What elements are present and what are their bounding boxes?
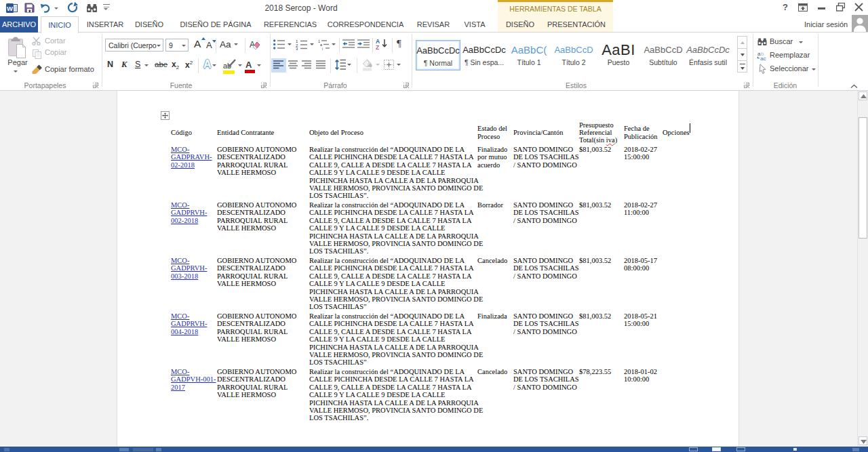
svg-text:i: i — [322, 47, 323, 51]
svg-text:Z: Z — [376, 44, 379, 50]
svg-text:W: W — [7, 5, 13, 12]
svg-text:3: 3 — [296, 47, 298, 50]
svg-text:ac: ac — [760, 56, 766, 61]
